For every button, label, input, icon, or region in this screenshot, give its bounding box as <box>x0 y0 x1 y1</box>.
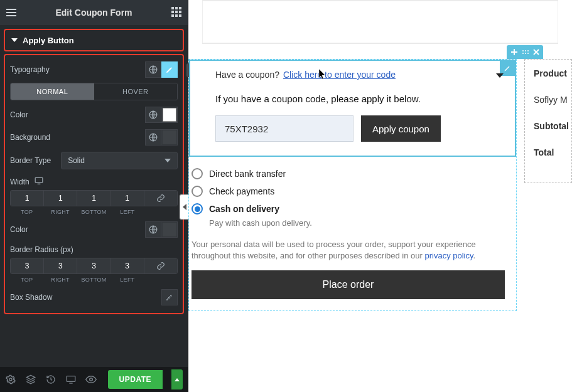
menu-icon[interactable] <box>6 8 16 17</box>
summary-product-header: Product <box>534 68 571 78</box>
radius-dim-labels: TOPRIGHTBOTTOMLEFT <box>10 277 178 283</box>
widgets-grid-icon[interactable] <box>171 7 181 19</box>
radius-left[interactable] <box>111 258 144 273</box>
svg-point-33 <box>527 53 529 54</box>
link-icon[interactable] <box>144 191 177 206</box>
settings-icon[interactable] <box>5 374 16 385</box>
pencil-icon[interactable] <box>161 61 178 78</box>
radio-checked-icon <box>192 203 203 215</box>
pencil-icon[interactable] <box>161 289 178 305</box>
svg-rect-7 <box>175 11 178 13</box>
controls-highlight: Typography NORMAL HOVER Color <box>4 54 184 314</box>
collapse-panel-button[interactable] <box>180 194 188 220</box>
background-swatch[interactable] <box>161 129 178 146</box>
update-menu-button[interactable] <box>171 369 183 389</box>
svg-rect-8 <box>179 11 181 13</box>
panel-title: Edit Coupon Form <box>16 8 171 18</box>
state-tabs: NORMAL HOVER <box>10 83 178 100</box>
payment-cod-desc: Pay with cash upon delivery. <box>209 218 505 228</box>
coupon-widget: Have a coupon? Click here to enter your … <box>189 60 516 157</box>
radius-label: Border Radius (px) <box>10 245 73 254</box>
svg-rect-17 <box>35 177 43 183</box>
tab-normal[interactable]: NORMAL <box>11 83 94 100</box>
drag-icon[interactable] <box>522 50 529 55</box>
svg-rect-3 <box>171 7 174 9</box>
width-bottom[interactable] <box>77 191 110 206</box>
width-label: Width <box>10 177 30 186</box>
svg-marker-16 <box>165 159 171 162</box>
section-toggle[interactable]: Apply Button <box>5 30 183 50</box>
summary-item: Soflyy M <box>534 95 571 105</box>
link-icon[interactable] <box>144 258 177 273</box>
section-title: Apply Button <box>23 36 74 45</box>
privacy-text: Your personal data will be used to proce… <box>192 239 505 262</box>
payment-cod[interactable]: Cash on delivery <box>192 203 505 215</box>
svg-rect-21 <box>67 376 75 382</box>
coupon-toggle-row: Have a coupon? Click here to enter your … <box>215 70 504 80</box>
empty-section[interactable] <box>202 0 558 44</box>
coupon-link[interactable]: Click here to enter your code <box>283 70 396 80</box>
privacy-link[interactable]: privacy policy <box>424 251 473 260</box>
svg-marker-42 <box>496 73 504 78</box>
payment-cod-label: Cash on delivery <box>209 204 279 214</box>
color-row: Color <box>10 107 178 123</box>
border-type-label: Border Type <box>10 156 51 165</box>
svg-point-32 <box>525 53 526 54</box>
background-label: Background <box>10 133 50 142</box>
svg-point-23 <box>90 378 93 381</box>
svg-marker-25 <box>183 204 186 210</box>
svg-marker-24 <box>175 378 180 381</box>
payment-bank[interactable]: Direct bank transfer <box>192 168 505 179</box>
border-type-value: Solid <box>68 156 85 165</box>
svg-rect-6 <box>171 11 174 13</box>
globe-icon[interactable] <box>145 221 161 238</box>
order-summary: Product Soflyy M Subtotal Total <box>524 59 572 392</box>
navigator-icon[interactable] <box>25 374 36 385</box>
place-order-button[interactable]: Place order <box>192 270 505 299</box>
summary-subtotal: Subtotal <box>534 121 571 131</box>
svg-rect-4 <box>175 7 178 9</box>
editor-canvas: Have a coupon? Click here to enter your … <box>188 0 572 392</box>
section-controls <box>507 45 543 59</box>
preview-icon[interactable] <box>85 374 97 385</box>
color-swatch[interactable] <box>161 107 178 123</box>
width-top[interactable] <box>11 191 43 206</box>
svg-point-28 <box>522 50 524 51</box>
width-right[interactable] <box>44 191 77 206</box>
globe-icon[interactable] <box>145 107 161 123</box>
border-color-swatch[interactable] <box>161 221 178 238</box>
width-dim-labels: TOPRIGHTBOTTOMLEFT <box>10 209 178 215</box>
svg-point-20 <box>9 378 12 381</box>
globe-icon[interactable] <box>145 61 161 78</box>
typography-row: Typography <box>10 61 178 78</box>
radius-top[interactable] <box>11 258 43 273</box>
history-icon[interactable] <box>45 374 57 385</box>
coupon-question: Have a coupon? <box>215 70 279 80</box>
style-panel: Edit Coupon Form Apply Button Typography <box>0 0 188 392</box>
radius-right[interactable] <box>44 258 77 273</box>
color-label: Color <box>10 110 28 119</box>
svg-point-30 <box>527 50 529 51</box>
panel-footer: UPDATE <box>0 367 188 392</box>
responsive-icon[interactable] <box>65 374 77 385</box>
cursor-icon <box>318 68 327 82</box>
svg-rect-10 <box>175 14 178 17</box>
payment-methods: Direct bank transfer Check payments Cash… <box>189 157 516 310</box>
globe-icon[interactable] <box>145 129 161 146</box>
border-color-label: Color <box>10 225 28 234</box>
width-left[interactable] <box>111 191 144 206</box>
payment-check[interactable]: Check payments <box>192 186 505 197</box>
apply-coupon-button[interactable]: Apply coupon <box>361 115 441 142</box>
border-type-select[interactable]: Solid <box>61 152 178 169</box>
add-icon[interactable] <box>510 48 518 56</box>
caret-down-icon <box>11 38 18 42</box>
caret-down-icon[interactable] <box>496 70 504 80</box>
coupon-code-input[interactable] <box>215 115 353 142</box>
desktop-icon[interactable] <box>35 177 43 186</box>
radio-icon <box>192 168 203 179</box>
update-button[interactable]: UPDATE <box>108 370 163 389</box>
radius-bottom[interactable] <box>77 258 110 273</box>
svg-marker-12 <box>11 38 18 42</box>
close-icon[interactable] <box>533 49 539 55</box>
tab-hover[interactable]: HOVER <box>94 83 178 100</box>
